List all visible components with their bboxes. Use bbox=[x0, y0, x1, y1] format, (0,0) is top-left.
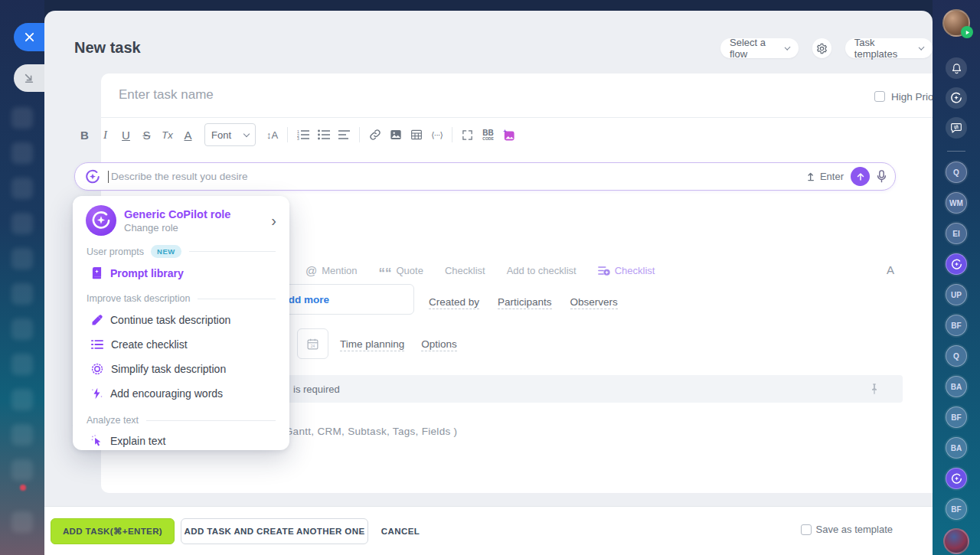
menu-item-simplify[interactable]: Simplify task description bbox=[91, 363, 226, 375]
contact-avatar[interactable]: BF bbox=[946, 406, 967, 428]
contact-avatar[interactable]: Q bbox=[946, 345, 967, 367]
calendar-button[interactable]: 24 bbox=[297, 328, 328, 359]
svg-text:24: 24 bbox=[311, 344, 315, 348]
prompt-library-item[interactable]: Prompt library bbox=[91, 267, 184, 279]
close-icon bbox=[24, 32, 34, 42]
blurred-sidebar-icon bbox=[11, 459, 33, 481]
bullet-list-button[interactable] bbox=[313, 124, 334, 145]
code-button[interactable]: ⟨···⟩ bbox=[426, 124, 447, 145]
settings-button[interactable] bbox=[812, 38, 831, 58]
image-button[interactable] bbox=[385, 124, 406, 145]
time-planning-link[interactable]: Time planning bbox=[340, 338, 404, 351]
ai-image-button[interactable] bbox=[498, 124, 519, 145]
user-avatar[interactable] bbox=[943, 528, 969, 554]
collapse-corner-icon bbox=[24, 73, 34, 83]
options-link[interactable]: Options bbox=[421, 338, 457, 351]
fullscreen-button[interactable] bbox=[457, 124, 478, 145]
text-color-button[interactable]: A bbox=[178, 124, 198, 145]
pin-icon[interactable] bbox=[870, 383, 879, 395]
copilot-avatar[interactable] bbox=[946, 468, 967, 489]
contact-avatar[interactable]: EI bbox=[946, 223, 967, 244]
tab-add-to-checklist[interactable]: Add to checklist bbox=[507, 265, 577, 276]
prompt-library-icon bbox=[91, 267, 103, 279]
tab-quote[interactable]: ““Quote bbox=[378, 265, 423, 276]
contact-avatar[interactable]: BF bbox=[946, 315, 967, 336]
send-button[interactable] bbox=[851, 167, 870, 186]
pen-icon bbox=[91, 315, 103, 326]
close-modal-button[interactable] bbox=[14, 23, 44, 51]
user-prompts-section: User prompts NEW bbox=[87, 245, 276, 258]
line-height-button[interactable]: ↕A bbox=[262, 124, 283, 145]
add-task-create-another-button[interactable]: ADD TASK AND CREATE ANOTHER ONE bbox=[181, 518, 368, 544]
menu-item-continue[interactable]: Continue task description bbox=[91, 314, 230, 326]
menu-item-create-checklist[interactable]: Create checklist bbox=[91, 338, 188, 351]
text-size-control[interactable]: A bbox=[887, 263, 894, 276]
cancel-button[interactable]: CANCEL bbox=[374, 518, 427, 544]
select-flow-button[interactable]: Select a flow bbox=[720, 38, 799, 58]
notification-dot bbox=[20, 485, 26, 491]
save-as-template-checkbox[interactable] bbox=[801, 524, 812, 535]
contact-avatar[interactable]: BA bbox=[946, 437, 967, 459]
task-templates-label: Task templates bbox=[854, 37, 914, 60]
ai-prompt-bar[interactable]: Describe the result you desire Enter bbox=[74, 162, 896, 191]
font-select[interactable]: Font bbox=[204, 123, 256, 146]
contact-avatar[interactable]: Q bbox=[946, 162, 967, 183]
blurred-sidebar-icon bbox=[11, 389, 33, 410]
user-avatar[interactable] bbox=[942, 9, 970, 37]
modal-footer: ADD TASK(⌘+ENTER) ADD TASK AND CREATE AN… bbox=[44, 506, 933, 555]
bold-button[interactable]: B bbox=[74, 124, 95, 145]
task-name-input[interactable]: Enter task name bbox=[119, 87, 214, 103]
contact-avatar[interactable]: UP bbox=[946, 284, 967, 305]
contact-avatar[interactable]: BA bbox=[946, 376, 967, 397]
ordered-list-button[interactable]: 123 bbox=[292, 124, 313, 145]
notifications-button[interactable] bbox=[946, 57, 967, 79]
tab-ai-checklist[interactable]: Checklist bbox=[598, 265, 655, 276]
blurred-sidebar-icon bbox=[11, 511, 33, 533]
gear-icon bbox=[816, 43, 828, 54]
copilot-rail-button[interactable] bbox=[946, 87, 967, 109]
contact-avatar[interactable]: BF bbox=[946, 498, 967, 520]
chat-icon bbox=[950, 122, 962, 134]
link-button[interactable] bbox=[364, 124, 385, 145]
high-priority-checkbox[interactable] bbox=[874, 91, 885, 102]
italic-button[interactable]: I bbox=[95, 124, 116, 145]
menu-item-label: Continue task description bbox=[110, 314, 230, 326]
underline-button[interactable]: U bbox=[116, 124, 136, 145]
participants-link[interactable]: Participants bbox=[498, 296, 552, 309]
menu-item-label: Simplify task description bbox=[111, 363, 226, 375]
copilot-role-item[interactable]: Generic CoPilot role Change role › bbox=[86, 205, 276, 236]
user-prompts-label: User prompts bbox=[87, 246, 144, 257]
rail-divider bbox=[947, 151, 965, 152]
contact-avatar[interactable]: WM bbox=[946, 192, 967, 214]
strikethrough-button[interactable]: S bbox=[136, 124, 157, 145]
status-play-badge bbox=[961, 26, 973, 38]
add-more-box[interactable]: Add more bbox=[270, 284, 414, 315]
tab-checklist[interactable]: Checklist bbox=[445, 265, 485, 276]
menu-item-explain[interactable]: Explain text bbox=[91, 435, 165, 447]
ai-prompt-input[interactable]: Describe the result you desire bbox=[111, 171, 248, 182]
bbcode-button[interactable]: BB CODE bbox=[478, 124, 498, 145]
task-templates-button[interactable]: Task templates bbox=[845, 38, 933, 58]
observers-link[interactable]: Observers bbox=[570, 296, 618, 309]
bbcode-sublabel: CODE bbox=[482, 137, 493, 141]
collapsed-sections-row[interactable]: eat, Gantt, CRM, Subtask, Tags, Fields ) bbox=[263, 426, 457, 437]
minimize-modal-button[interactable] bbox=[14, 64, 44, 92]
add-task-button[interactable]: ADD TASK(⌘+ENTER) bbox=[51, 518, 175, 544]
created-by-link[interactable]: Created by bbox=[429, 296, 479, 309]
copilot-role-subtitle: Change role bbox=[124, 222, 230, 233]
copilot-avatar[interactable] bbox=[946, 253, 967, 275]
align-button[interactable] bbox=[334, 124, 354, 145]
table-button[interactable] bbox=[406, 124, 426, 145]
blurred-sidebar-icon bbox=[11, 248, 33, 269]
arrow-up-icon bbox=[856, 172, 865, 181]
blurred-sidebar-icon bbox=[11, 318, 33, 340]
save-as-template-label: Save as template bbox=[816, 524, 893, 535]
copilot-icon bbox=[950, 92, 962, 104]
clear-format-button[interactable]: Tx bbox=[157, 124, 178, 145]
menu-item-encourage[interactable]: Add encouraging words bbox=[91, 387, 223, 400]
chat-button[interactable] bbox=[946, 117, 967, 139]
blurred-sidebar-icon bbox=[11, 178, 33, 199]
tab-mention[interactable]: @Mention bbox=[305, 264, 357, 277]
microphone-button[interactable] bbox=[877, 170, 887, 183]
tab-add-to-checklist-label: Add to checklist bbox=[507, 265, 577, 276]
